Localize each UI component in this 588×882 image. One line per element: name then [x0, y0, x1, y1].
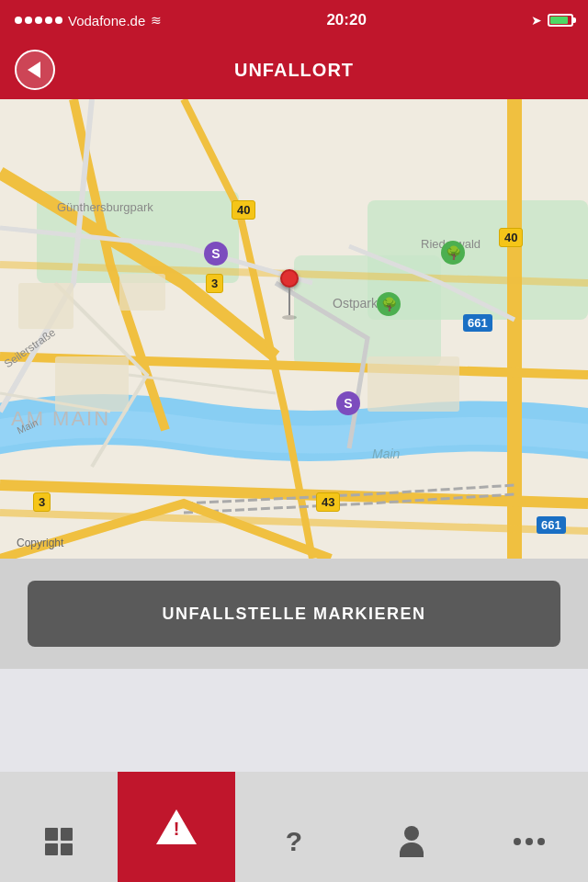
road-label-40-right: 40	[499, 228, 523, 247]
road-label-661-upper: 661	[463, 314, 492, 332]
nav-item-help[interactable]: ?	[235, 801, 353, 882]
page-title: UNFALLORT	[234, 60, 354, 81]
time-display: 20:20	[326, 11, 366, 29]
person-head	[404, 826, 419, 841]
question-icon: ?	[286, 826, 302, 857]
nav-item-warning[interactable]: !	[118, 772, 235, 882]
back-arrow-icon	[28, 62, 40, 78]
dots-icon	[514, 838, 545, 845]
map-area[interactable]: 40 40 3 3 43 661 661 Günthersburgpark Ri…	[0, 99, 588, 559]
location-icon: ➤	[531, 13, 542, 28]
header: UNFALLORT	[0, 40, 588, 99]
nav-item-more[interactable]	[470, 801, 588, 882]
place-ostpark: Ostpark	[333, 296, 378, 311]
copyright-text: Copyright	[17, 537, 63, 549]
person-icon	[400, 826, 424, 857]
grid-cell-3	[45, 843, 58, 856]
pin-shadow	[282, 315, 297, 320]
battery-fill	[550, 17, 568, 24]
mark-location-button[interactable]: UNFALLSTELLE MARKIEREN	[28, 581, 560, 647]
road-label-3-upper: 3	[206, 274, 223, 293]
transit-icon-upper: S	[204, 242, 228, 266]
status-left: Vodafone.de ≋	[15, 13, 162, 28]
wifi-icon: ≋	[151, 13, 162, 28]
dot-1	[514, 838, 521, 845]
button-area: UNFALLSTELLE MARKIEREN	[0, 559, 588, 669]
pin-circle	[280, 269, 299, 288]
road-label-661-lower: 661	[537, 516, 566, 534]
grid-cell-1	[45, 828, 58, 841]
road-label-3-lower: 3	[33, 492, 51, 512]
dot-2	[526, 838, 533, 845]
map-svg	[0, 99, 588, 559]
svg-rect-7	[55, 356, 129, 412]
svg-rect-5	[18, 283, 74, 329]
road-label-43: 43	[316, 492, 340, 512]
pin-stem	[288, 288, 290, 315]
signal-dots	[15, 17, 62, 24]
place-main-river: Main	[372, 447, 400, 461]
svg-rect-8	[368, 356, 459, 412]
svg-rect-6	[119, 274, 165, 311]
carrier-label: Vodafone.de	[68, 13, 145, 28]
grid-icon	[45, 828, 73, 855]
place-gunthersburg: Günthersburgpark	[57, 200, 153, 214]
battery-icon	[548, 14, 573, 27]
nav-item-grid[interactable]	[0, 801, 118, 882]
warning-exclamation: !	[174, 819, 180, 840]
status-bar: Vodafone.de ≋ 20:20 ➤	[0, 0, 588, 40]
back-button[interactable]	[15, 50, 55, 90]
nav-item-profile[interactable]	[353, 801, 470, 882]
bottom-nav: ! ?	[0, 772, 588, 882]
dot-3	[537, 838, 545, 845]
status-right: ➤	[531, 13, 573, 28]
warning-icon: !	[156, 808, 197, 845]
tree-icon-ostpark: 🌳	[377, 292, 401, 316]
road-label-40-left: 40	[232, 200, 255, 220]
grid-cell-2	[61, 828, 74, 841]
transit-icon-lower: S	[336, 391, 360, 415]
grid-cell-4	[61, 843, 74, 856]
mark-button-label: UNFALLSTELLE MARKIEREN	[163, 605, 426, 624]
tree-icon-riederwald: 🌳	[441, 241, 465, 265]
person-body	[400, 842, 424, 857]
map-pin	[280, 269, 299, 320]
